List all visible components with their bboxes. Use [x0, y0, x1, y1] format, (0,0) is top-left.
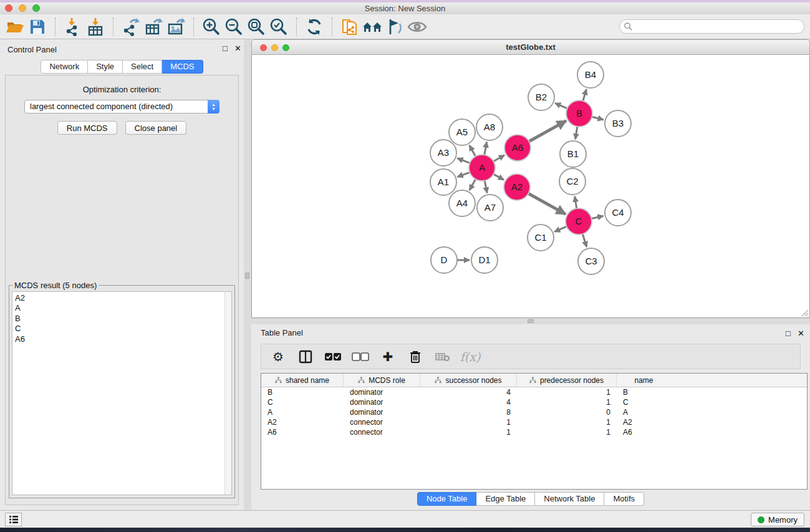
- mcds-result-item[interactable]: A6: [15, 334, 231, 344]
- edge-A2-C[interactable]: [528, 193, 566, 214]
- cell-name[interactable]: A2: [617, 417, 671, 427]
- network-window-titlebar[interactable]: testGlobe.txt: [251, 39, 810, 55]
- tab-network-table[interactable]: Network Table: [535, 492, 604, 506]
- cell-mcds-role[interactable]: connector: [344, 417, 420, 427]
- graph-node-B1[interactable]: B1: [560, 141, 586, 167]
- import-network-from-file-button[interactable]: [62, 16, 84, 37]
- cell-successor-nodes[interactable]: 4: [420, 397, 517, 407]
- table-row[interactable]: B dominator 4 1 B: [261, 387, 807, 397]
- graph-node-C2[interactable]: C2: [559, 168, 586, 195]
- table-row[interactable]: A6 connector 1 1 A6: [261, 427, 807, 437]
- cell-name[interactable]: A6: [617, 427, 671, 437]
- open-session-button[interactable]: [4, 16, 26, 37]
- close-window-button[interactable]: [5, 4, 12, 12]
- open-ndex-button[interactable]: [361, 16, 383, 37]
- tab-select[interactable]: Select: [123, 60, 162, 74]
- column-header-name[interactable]: name: [617, 374, 671, 387]
- run-mcds-button[interactable]: Run MCDS: [57, 121, 117, 135]
- cell-predecessor-nodes[interactable]: 0: [517, 407, 617, 417]
- show-task-history-button[interactable]: [5, 513, 22, 526]
- graph-node-A2[interactable]: A2: [504, 174, 530, 200]
- cell-successor-nodes[interactable]: 4: [420, 387, 517, 397]
- close-panel-button[interactable]: Close panel: [125, 121, 187, 135]
- cell-name[interactable]: A: [617, 407, 671, 417]
- cell-shared-name[interactable]: C: [261, 397, 344, 407]
- edge-C-C1[interactable]: [554, 226, 567, 231]
- cell-shared-name[interactable]: A6: [261, 427, 344, 437]
- mcds-result-item[interactable]: B: [15, 314, 231, 324]
- splitter-handle[interactable]: [528, 319, 534, 323]
- column-header-successor-nodes[interactable]: successor nodes: [420, 374, 517, 387]
- cell-shared-name[interactable]: A2: [261, 417, 344, 427]
- export-network-button[interactable]: [120, 16, 142, 37]
- edge-B-B4[interactable]: [583, 89, 586, 101]
- edge-A-A1[interactable]: [458, 172, 470, 177]
- mcds-result-item[interactable]: C: [15, 324, 231, 334]
- cell-name[interactable]: B: [617, 387, 671, 397]
- cell-predecessor-nodes[interactable]: 1: [517, 387, 617, 397]
- graph-node-C1[interactable]: C1: [528, 225, 554, 251]
- cell-name[interactable]: C: [617, 397, 671, 407]
- mcds-result-item[interactable]: A2: [15, 293, 231, 303]
- column-browser-button[interactable]: [296, 347, 315, 366]
- edge-B-B1[interactable]: [576, 127, 577, 140]
- search-input[interactable]: [619, 19, 804, 34]
- create-column-button[interactable]: ✚: [378, 347, 397, 366]
- delete-columns-button[interactable]: [406, 347, 425, 366]
- edge-A-A4[interactable]: [470, 179, 476, 190]
- network-close-button[interactable]: [260, 44, 267, 51]
- table-settings-button[interactable]: ⚙: [269, 347, 287, 366]
- network-graph[interactable]: AA1A2A3A4A5A6A7A8BB1B2B3B4CC1C2C3C4DD1: [252, 55, 809, 317]
- edge-C-C4[interactable]: [591, 216, 603, 218]
- cell-predecessor-nodes[interactable]: 1: [517, 397, 617, 407]
- minimize-window-button[interactable]: [19, 4, 26, 12]
- window-resize-grip[interactable]: [800, 308, 809, 317]
- network-canvas[interactable]: AA1A2A3A4A5A6A7A8BB1B2B3B4CC1C2C3C4DD1: [251, 55, 810, 318]
- tab-motifs[interactable]: Motifs: [604, 492, 644, 506]
- tab-edge-table[interactable]: Edge Table: [476, 492, 535, 506]
- zoom-out-button[interactable]: [223, 16, 245, 37]
- edge-A-A7[interactable]: [485, 181, 487, 193]
- network-maximize-button[interactable]: [282, 44, 289, 51]
- graph-node-D1[interactable]: D1: [471, 247, 498, 273]
- graph-node-A6[interactable]: A6: [504, 135, 531, 161]
- graph-node-A4[interactable]: A4: [449, 190, 475, 216]
- table-row[interactable]: A2 connector 1 1 A2: [261, 417, 807, 427]
- graph-node-B[interactable]: B: [566, 100, 592, 127]
- cell-mcds-role[interactable]: dominator: [344, 407, 420, 417]
- graph-node-D[interactable]: D: [431, 247, 457, 273]
- cell-predecessor-nodes[interactable]: 1: [517, 417, 617, 427]
- mcds-list-scrollbar[interactable]: [224, 292, 231, 495]
- graph-node-B2[interactable]: B2: [528, 84, 554, 110]
- control-panel-close-icon[interactable]: ✕: [234, 44, 241, 53]
- function-builder-button[interactable]: f(x): [461, 347, 480, 366]
- cell-successor-nodes[interactable]: 1: [420, 427, 517, 437]
- hide-graphics-details-button[interactable]: [383, 16, 406, 37]
- mcds-result-item[interactable]: A: [15, 303, 231, 313]
- cell-successor-nodes[interactable]: 1: [420, 417, 517, 427]
- control-panel-float-icon[interactable]: □: [223, 44, 228, 53]
- splitter-handle[interactable]: [245, 273, 249, 279]
- column-header-predecessor-nodes[interactable]: predecessor nodes: [517, 374, 617, 387]
- delete-table-button[interactable]: [433, 347, 452, 366]
- edge-A-A8[interactable]: [485, 142, 487, 155]
- cell-mcds-role[interactable]: connector: [344, 427, 420, 437]
- graph-node-A[interactable]: A: [469, 155, 495, 181]
- tab-style[interactable]: Style: [88, 60, 123, 74]
- mcds-result-list[interactable]: A2 A B C A6: [12, 291, 232, 495]
- export-image-button[interactable]: [165, 16, 187, 37]
- export-table-button[interactable]: [142, 16, 165, 37]
- table-panel-close-icon[interactable]: ✕: [798, 329, 804, 338]
- cell-successor-nodes[interactable]: 8: [420, 407, 517, 417]
- unselect-all-columns-button[interactable]: [351, 347, 370, 366]
- panel-splitter-vertical[interactable]: [244, 39, 251, 510]
- tab-node-table[interactable]: Node Table: [417, 492, 477, 506]
- edge-A6-B[interactable]: [529, 121, 566, 142]
- apply-preferred-layout-button[interactable]: [303, 16, 325, 37]
- panel-splitter-horizontal[interactable]: [251, 318, 810, 324]
- graph-node-A7[interactable]: A7: [477, 195, 503, 221]
- cell-predecessor-nodes[interactable]: 1: [517, 427, 617, 437]
- graph-node-B4[interactable]: B4: [577, 62, 604, 88]
- edge-A-A3[interactable]: [457, 158, 470, 163]
- edge-C-C2[interactable]: [575, 196, 577, 209]
